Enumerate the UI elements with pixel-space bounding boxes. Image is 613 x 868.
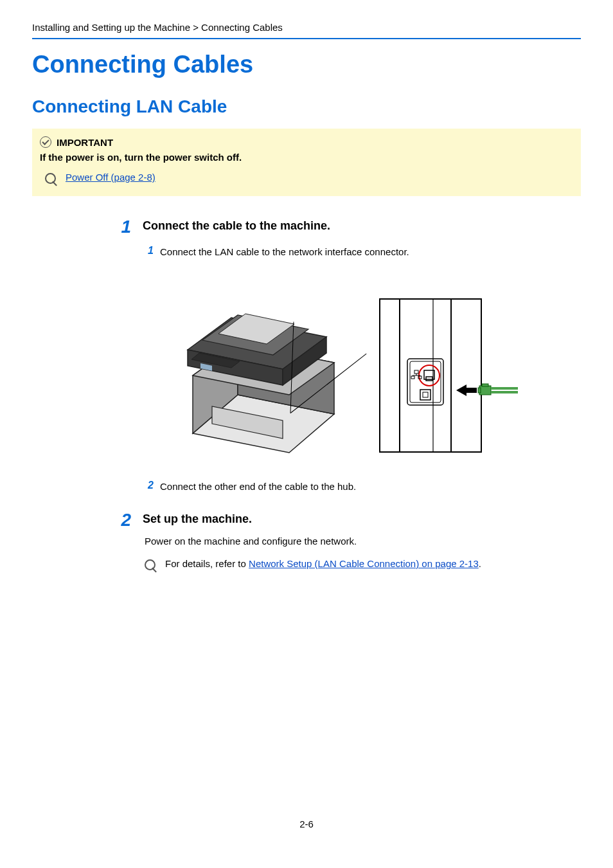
svg-rect-32 (478, 388, 481, 393)
reference-row: For details, refer to Network Setup (LAN… (145, 558, 581, 572)
step-number: 1 (116, 218, 131, 236)
printer-figure (173, 273, 482, 466)
step-1: 1 Connect the cable to the machine. (116, 218, 581, 236)
svg-marker-30 (456, 384, 477, 396)
svg-rect-33 (482, 384, 488, 386)
breadcrumb: Installing and Setting up the Machine > … (32, 19, 581, 38)
substep-text: Connect the LAN cable to the network int… (160, 245, 409, 258)
check-icon (40, 136, 51, 148)
page-title: Connecting Cables (32, 51, 581, 78)
note-label: IMPORTANT (57, 137, 113, 148)
step-title: Set up the machine. (143, 511, 252, 529)
substep-number: 1 (145, 245, 154, 258)
substep-1-1: 1 Connect the LAN cable to the network i… (145, 245, 581, 258)
section-title: Connecting LAN Cable (32, 96, 581, 117)
network-setup-link[interactable]: Network Setup (LAN Cable Connection) on … (249, 558, 479, 569)
printer-illustration (173, 273, 353, 466)
ref-prefix: For details, refer to (165, 558, 249, 569)
substep-1-2: 2 Connect the other end of the cable to … (145, 480, 581, 493)
important-note: IMPORTANT If the power is on, turn the p… (32, 129, 581, 196)
divider (32, 38, 581, 39)
substep-text: Connect the other end of the cable to th… (160, 480, 356, 493)
svg-rect-12 (384, 303, 477, 448)
step-number: 2 (116, 511, 131, 529)
ref-suffix: . (479, 558, 481, 569)
step-title: Connect the cable to the machine. (143, 218, 330, 236)
power-off-link[interactable]: Power Off (page 2-8) (66, 172, 155, 183)
lan-cable-arrow (456, 382, 518, 399)
substep-number: 2 (145, 480, 154, 493)
page-number: 2-6 (0, 818, 613, 829)
magnifier-icon (45, 173, 58, 186)
magnifier-icon (145, 559, 157, 572)
step-body: Power on the machine and configure the n… (145, 536, 581, 547)
step-2: 2 Set up the machine. (116, 511, 581, 529)
svg-rect-31 (479, 386, 491, 395)
inset-panel (379, 298, 482, 453)
note-body: If the power is on, turn the power switc… (40, 152, 572, 163)
